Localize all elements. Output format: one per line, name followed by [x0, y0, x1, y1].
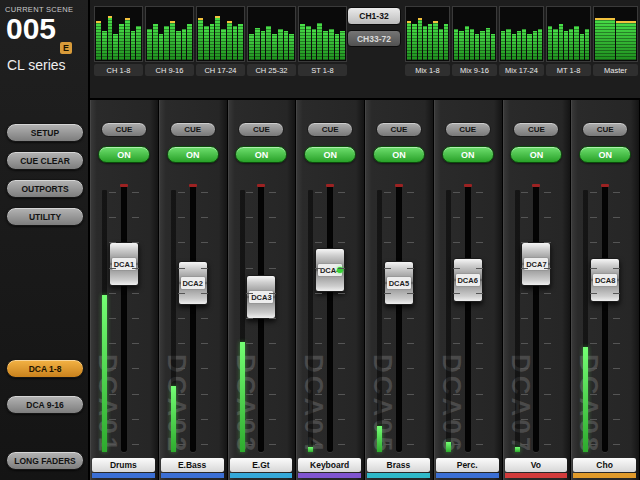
fader-scale-tick — [338, 419, 345, 420]
on-button[interactable]: ON — [98, 146, 150, 163]
channel-name[interactable]: E.Gt — [230, 458, 293, 472]
fader-scale-tick — [407, 444, 414, 445]
level-meter — [102, 190, 107, 452]
meter-bank-label: Mix 1-8 — [405, 64, 450, 76]
fader-scale-tick — [269, 293, 276, 294]
fader-scale-tick — [476, 217, 483, 218]
fader-track[interactable] — [533, 184, 539, 452]
meter-bar — [335, 34, 340, 60]
on-button[interactable]: ON — [304, 146, 356, 163]
overload-mark — [395, 184, 403, 187]
meter-bank-ch-17-24[interactable]: CH 17-24 — [196, 6, 245, 76]
meter-bar — [522, 29, 526, 60]
fader-scale-tick — [201, 242, 208, 243]
overload-mark — [601, 184, 609, 187]
fader-knob[interactable]: DCA7 — [521, 242, 551, 286]
meter-bank-mt-1-8[interactable]: MT 1-8 — [546, 6, 591, 76]
channel-layer-switch: CH1-32 CH33-72 — [347, 7, 401, 47]
fader-scale-tick — [544, 368, 551, 369]
channel-strip-dca2: DCA02CUEONDCA2E.Bass — [159, 100, 228, 480]
meter-bar — [407, 21, 411, 60]
meter-bank-mix-9-16[interactable]: Mix 9-16 — [452, 6, 497, 76]
fader-track[interactable] — [121, 184, 127, 452]
fader-scale-tick — [338, 343, 345, 344]
fader-scale-tick — [613, 192, 620, 193]
fader-scale-tick — [315, 217, 322, 218]
meter-bar — [170, 21, 175, 60]
cue-button[interactable]: CUE — [376, 122, 422, 137]
fader-scale-tick — [521, 343, 528, 344]
channel-name[interactable]: Keyboard — [298, 458, 361, 472]
fader-scale-tick — [521, 192, 528, 193]
meter-bar — [517, 31, 521, 60]
cue-button[interactable]: CUE — [513, 122, 559, 137]
setup-button[interactable]: SETUP — [6, 123, 84, 142]
channel-color-bar — [367, 473, 430, 478]
channel-name[interactable]: Perc. — [436, 458, 499, 472]
fader-track[interactable] — [602, 184, 608, 452]
fader-track[interactable] — [465, 184, 471, 452]
on-button[interactable]: ON — [167, 146, 219, 163]
fader-scale-tick — [269, 217, 276, 218]
meter-bank-st-1-8[interactable]: ST 1-8 — [298, 6, 347, 76]
fader-scale-tick — [132, 444, 139, 445]
fader-scale-tick — [201, 343, 208, 344]
cue-button[interactable]: CUE — [238, 122, 284, 137]
meter-bar — [323, 31, 328, 60]
fader-scale-tick — [338, 268, 345, 269]
channel-strip-dca7: DCA07CUEONDCA7Vo — [503, 100, 572, 480]
meter-bank-ch-1-8[interactable]: CH 1-8 — [94, 6, 143, 76]
meter-bar — [221, 29, 226, 60]
on-button[interactable]: ON — [442, 146, 494, 163]
fader-scale-tick — [178, 394, 185, 395]
fader-track[interactable] — [327, 184, 333, 452]
channel-name[interactable]: E.Bass — [161, 458, 224, 472]
long-faders-button[interactable]: LONG FADERS — [6, 451, 84, 470]
meter-bar — [569, 29, 573, 60]
on-button[interactable]: ON — [579, 146, 631, 163]
fader-scale-tick — [590, 343, 597, 344]
fader-track[interactable] — [190, 184, 196, 452]
channel-name[interactable]: Brass — [367, 458, 430, 472]
fader-scale-tick — [613, 343, 620, 344]
fader-knob[interactable]: DCA1 — [109, 242, 139, 286]
channel-name[interactable]: Cho — [573, 458, 636, 472]
layer-ch33-72-button[interactable]: CH33-72 — [347, 30, 401, 47]
on-button[interactable]: ON — [373, 146, 425, 163]
channel-name[interactable]: Vo — [505, 458, 568, 472]
fader-scale-tick — [407, 419, 414, 420]
meter-bank-mix-1-8[interactable]: Mix 1-8 — [405, 6, 450, 76]
fader-scale-tick — [453, 293, 460, 294]
cue-clear-button[interactable]: CUE CLEAR — [6, 151, 84, 170]
strip-watermark: DCA05 — [367, 354, 398, 454]
on-button[interactable]: ON — [510, 146, 562, 163]
cue-button[interactable]: CUE — [582, 122, 628, 137]
meter-bank-master[interactable]: Master — [593, 6, 638, 76]
meter-bar — [506, 29, 510, 60]
outports-button[interactable]: OUTPORTS — [6, 179, 84, 198]
fader-knob[interactable]: DCA4 — [315, 248, 345, 292]
meter-bar — [119, 24, 124, 60]
cue-button[interactable]: CUE — [101, 122, 147, 137]
utility-button[interactable]: UTILITY — [6, 207, 84, 226]
fader-scale-tick — [544, 217, 551, 218]
fader-knob[interactable]: DCA6 — [453, 258, 483, 302]
on-button[interactable]: ON — [235, 146, 287, 163]
fader-scale-tick — [590, 293, 597, 294]
meter-bar — [512, 34, 516, 60]
meter-bank-ch-9-16[interactable]: CH 9-16 — [145, 6, 194, 76]
fader-scale-tick — [269, 394, 276, 395]
dca-bank-9-16-button[interactable]: DCA 9-16 — [6, 395, 84, 414]
fader-knob[interactable]: DCA3 — [246, 275, 276, 319]
meter-bank-mix-17-24[interactable]: Mix 17-24 — [499, 6, 544, 76]
meter-bank-ch-25-32[interactable]: CH 25-32 — [247, 6, 296, 76]
cue-button[interactable]: CUE — [170, 122, 216, 137]
channel-name[interactable]: Drums — [92, 458, 155, 472]
cue-button[interactable]: CUE — [445, 122, 491, 137]
layer-ch1-32-button[interactable]: CH1-32 — [347, 7, 401, 25]
fader-track[interactable] — [396, 184, 402, 452]
fader-knob[interactable]: DCA8 — [590, 258, 620, 302]
cue-button[interactable]: CUE — [307, 122, 353, 137]
dca-bank-1-8-button[interactable]: DCA 1-8 — [6, 359, 84, 378]
meter-bars — [593, 6, 638, 62]
